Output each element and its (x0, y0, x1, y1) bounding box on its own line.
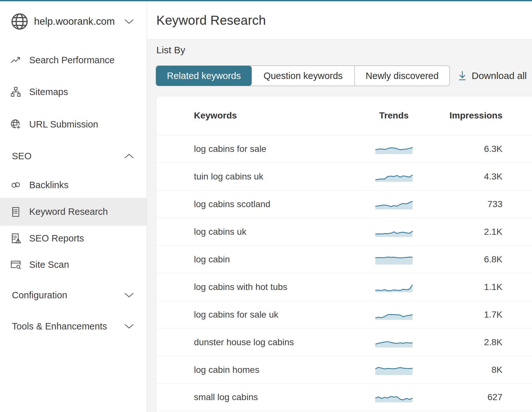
impressions-cell: 4.3K (484, 171, 502, 182)
impressions-cell: 2.8K (484, 337, 502, 347)
table-row: log cabins uk2.1K (156, 218, 532, 245)
chevron-down-icon (124, 18, 134, 25)
document-list-icon (10, 206, 22, 218)
chevron-down-icon (124, 323, 134, 329)
column-header-keywords[interactable]: Keywords (194, 110, 237, 121)
impressions-cell: 733 (487, 199, 502, 209)
sidebar-section-tools-enhancements[interactable]: Tools & Enhancements (0, 315, 147, 337)
page-title: Keyword Research (156, 1, 266, 39)
globe-add-icon (10, 118, 22, 130)
keyword-cell[interactable]: log cabins scotland (194, 199, 270, 209)
sidebar-section-seo[interactable]: SEO (0, 145, 147, 167)
impressions-cell: 2.1K (484, 227, 502, 237)
keyword-cell[interactable]: log cabins for sale (194, 144, 266, 154)
sidebar-item-backlinks[interactable]: Backlinks (0, 174, 147, 196)
impressions-cell: 6.8K (484, 254, 502, 265)
impressions-cell: 6.3K (484, 144, 502, 154)
sidebar-item-search-performance[interactable]: Search Performance (0, 49, 147, 71)
sidebar-item-keyword-research[interactable]: Keyword Research (0, 198, 147, 226)
impressions-cell: 1.1K (484, 282, 502, 292)
sidebar-item-label: Keyword Research (29, 206, 108, 217)
chevron-up-icon (124, 153, 134, 159)
sidebar-item-label: URL Submission (29, 119, 98, 130)
sidebar-item-url-submission[interactable]: URL Submission (0, 113, 147, 136)
table-row: log cabins scotland733 (156, 190, 532, 218)
sidebar-section-label: SEO (12, 151, 31, 162)
keyword-cell[interactable]: small log cabins (194, 392, 258, 402)
chevron-down-icon (124, 292, 134, 298)
list-by-tab-group: Related keywords Question keywords Newly… (156, 66, 450, 86)
sitemap-icon (10, 86, 22, 98)
keyword-table-card: Keywords Trends Impressions log cabins f… (156, 96, 532, 412)
sidebar-section-label: Configuration (12, 290, 67, 301)
table-row: log cabins for sale uk1.7K (156, 301, 532, 328)
sidebar-item-site-scan[interactable]: Site Scan (0, 253, 147, 276)
table-header-row: Keywords Trends Impressions (156, 96, 532, 135)
sidebar-item-label: Site Scan (29, 259, 69, 270)
trend-sparkline (375, 337, 413, 348)
sidebar-item-label: Backlinks (29, 180, 69, 190)
keyword-cell[interactable]: log cabins with hot tubs (194, 282, 287, 292)
link-icon (10, 179, 22, 191)
sidebar-item-sitemaps[interactable]: Sitemaps (0, 81, 147, 103)
trend-sparkline (375, 199, 413, 210)
download-all-label: Download all (472, 70, 527, 81)
trend-sparkline (375, 364, 413, 375)
document-alert-icon (10, 232, 22, 244)
impressions-cell: 627 (487, 392, 502, 402)
sidebar-item-label: Sitemaps (29, 87, 68, 97)
download-all-button[interactable]: Download all (458, 66, 527, 86)
trend-sparkline (375, 392, 413, 403)
sidebar: help.woorank.com Search Performance Site… (0, 1, 147, 412)
trend-sparkline (375, 226, 413, 237)
table-row: small log cabins627 (156, 383, 532, 411)
keyword-cell[interactable]: log cabin (194, 254, 230, 265)
keyword-cell[interactable]: log cabin homes (194, 365, 259, 375)
sidebar-section-label: Tools & Enhancements (12, 321, 107, 332)
keyword-cell[interactable]: log cabins for sale uk (194, 310, 278, 320)
site-domain-label: help.woorank.com (34, 16, 115, 27)
table-row: log cabin6.8K (156, 245, 532, 273)
trend-sparkline (375, 254, 413, 265)
sidebar-item-label: Search Performance (29, 55, 115, 66)
download-icon (458, 70, 467, 81)
keyword-cell[interactable]: log cabins uk (194, 227, 246, 237)
table-row: dunster house log cabins2.8K (156, 328, 532, 356)
trend-sparkline (375, 282, 413, 293)
column-header-trends[interactable]: Trends (375, 110, 413, 121)
table-rows: log cabins for sale6.3Ktuin log cabins u… (156, 135, 532, 411)
main-header: Keyword Research (147, 1, 532, 39)
tab-question-keywords[interactable]: Question keywords (252, 66, 354, 86)
table-row: log cabin homes8K (156, 356, 532, 383)
table-row: tuin log cabins uk4.3K (156, 162, 532, 190)
tab-related-keywords[interactable]: Related keywords (156, 66, 252, 86)
list-by-label: List By (156, 40, 185, 60)
sidebar-section-configuration[interactable]: Configuration (0, 284, 147, 306)
table-row: log cabins with hot tubs1.1K (156, 273, 532, 301)
sidebar-item-label: SEO Reports (29, 233, 84, 244)
sidebar-item-seo-reports[interactable]: SEO Reports (0, 227, 147, 250)
impressions-cell: 8K (492, 365, 502, 375)
window-search-icon (10, 259, 22, 270)
keyword-cell[interactable]: tuin log cabins uk (194, 171, 263, 182)
impressions-cell: 1.7K (484, 310, 502, 320)
globe-icon (10, 12, 29, 31)
column-header-impressions[interactable]: Impressions (449, 110, 502, 121)
trend-icon (10, 54, 22, 66)
trend-sparkline (375, 171, 413, 182)
trend-sparkline (375, 144, 413, 154)
main-content: List By Related keywords Question keywor… (147, 39, 532, 412)
keyword-cell[interactable]: dunster house log cabins (194, 337, 294, 347)
tab-newly-discovered[interactable]: Newly discovered (354, 66, 449, 86)
trend-sparkline (375, 309, 413, 320)
table-row: log cabins for sale6.3K (156, 135, 532, 162)
site-selector[interactable]: help.woorank.com (0, 9, 147, 34)
